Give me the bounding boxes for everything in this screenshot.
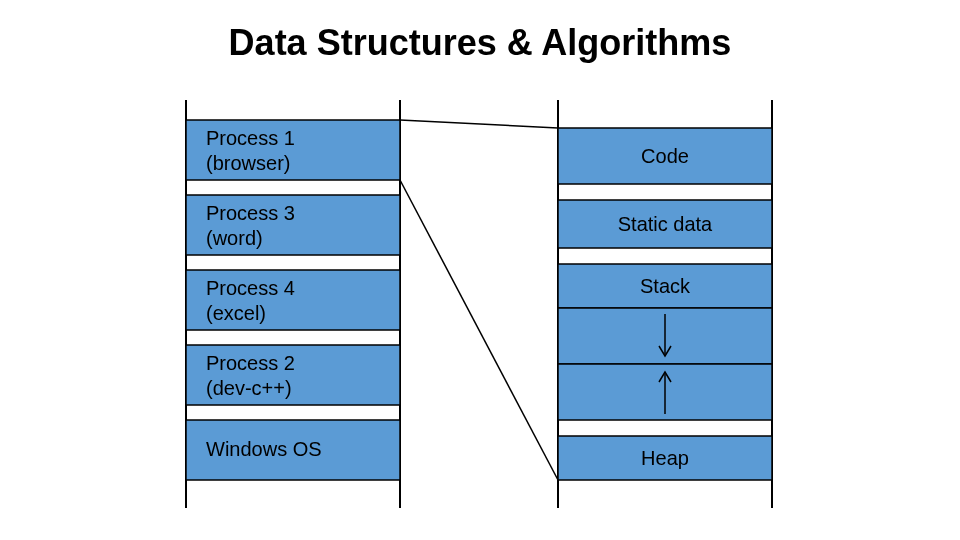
right-cell-static-data: Static data [558,200,772,248]
left-cell-3-line2: (dev-c++) [206,377,292,399]
right-cell-5-label: Heap [641,447,689,469]
map-line-top [400,120,558,128]
right-cell-code: Code [558,128,772,184]
right-cell-0-label: Code [641,145,689,167]
left-cell-0-line2: (browser) [206,152,290,174]
right-cell-heap: Heap [558,436,772,480]
left-cell-process4: Process 4 (excel) [186,270,400,330]
right-cell-1-label: Static data [618,213,713,235]
diagram-svg: Process 1 (browser) Process 3 (word) Pro… [0,0,960,540]
right-cell-stack: Stack [558,264,772,308]
left-cell-windows-os: Windows OS [186,420,400,480]
left-cell-process1: Process 1 (browser) [186,120,400,180]
left-cell-0-line1: Process 1 [206,127,295,149]
left-cell-1-line2: (word) [206,227,263,249]
right-column: Code Static data Stack Heap [558,100,772,508]
left-cell-2-line1: Process 4 [206,277,295,299]
left-cell-4-line1: Windows OS [206,438,322,460]
left-cell-process3: Process 3 (word) [186,195,400,255]
left-column: Process 1 (browser) Process 3 (word) Pro… [186,100,400,508]
left-cell-1-line1: Process 3 [206,202,295,224]
left-cell-process2: Process 2 (dev-c++) [186,345,400,405]
left-cell-3-line1: Process 2 [206,352,295,374]
map-line-bottom [400,180,558,480]
right-cell-2-label: Stack [640,275,691,297]
left-cell-2-line2: (excel) [206,302,266,324]
